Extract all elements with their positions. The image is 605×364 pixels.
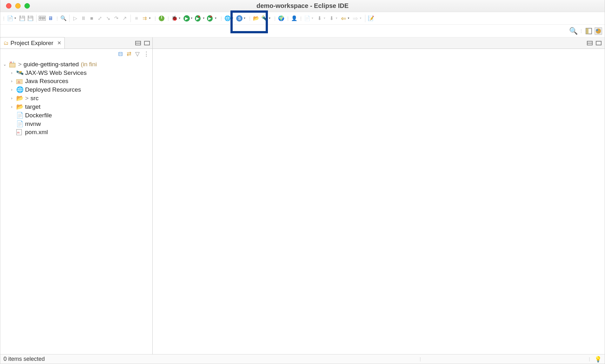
step-return-button: ↗ bbox=[121, 15, 129, 22]
open-type-button[interactable]: 📂 bbox=[252, 15, 260, 22]
window-title: demo-workspace - Eclipse IDE bbox=[256, 2, 349, 10]
close-window-button[interactable] bbox=[6, 3, 11, 9]
coverage-button[interactable]: ▶■ bbox=[195, 15, 203, 22]
tree-node-deployed[interactable]: › 🌐 Deployed Resources bbox=[0, 85, 152, 94]
view-menu-icon[interactable]: ⋮ bbox=[143, 50, 149, 57]
dropdown-arrow-icon[interactable]: ▼ bbox=[231, 17, 234, 20]
spring-boot-dashboard-button[interactable] bbox=[158, 15, 165, 22]
editor-area bbox=[153, 37, 605, 354]
tree-node-pom[interactable]: m pom.xml bbox=[0, 128, 152, 136]
titlebar: demo-workspace - Eclipse IDE bbox=[0, 0, 605, 12]
node-label: src bbox=[30, 95, 38, 102]
toolbar-grip-icon: ⋮ bbox=[153, 16, 156, 21]
toolbar-grip-icon: ⋮ bbox=[219, 16, 223, 21]
node-label: Java Resources bbox=[25, 78, 68, 85]
project-suffix: (in fini bbox=[81, 61, 97, 68]
binary-editor-button[interactable]: 010 bbox=[38, 15, 46, 22]
quick-search-button[interactable]: 🔍 bbox=[569, 27, 577, 35]
java-ee-perspective-button[interactable] bbox=[595, 27, 602, 35]
dropdown-arrow-icon[interactable]: ▼ bbox=[347, 17, 350, 20]
expand-toggle-icon[interactable]: › bbox=[9, 79, 14, 83]
maximize-editor-button[interactable] bbox=[596, 41, 602, 45]
dropdown-arrow-icon[interactable]: ▼ bbox=[14, 17, 17, 20]
console-button[interactable]: 🖥 bbox=[47, 15, 54, 22]
git-marker: > bbox=[18, 61, 22, 68]
disconnect-button: ⤢ bbox=[96, 15, 104, 22]
folder-open-icon: 📂 bbox=[16, 94, 23, 102]
toolbar-grip-icon: ⋮ bbox=[273, 16, 276, 21]
maximize-view-button[interactable] bbox=[144, 41, 150, 45]
expand-toggle-icon[interactable]: › bbox=[9, 71, 14, 75]
search-button[interactable]: 🔦 bbox=[261, 15, 268, 22]
dropdown-arrow-icon[interactable]: ▼ bbox=[149, 17, 151, 20]
link-editor-icon[interactable]: ⇄ bbox=[127, 50, 131, 57]
new-button[interactable]: 📄 bbox=[6, 15, 14, 22]
dropdown-arrow-icon[interactable]: ▼ bbox=[215, 17, 217, 20]
save-all-button: 💾 bbox=[27, 15, 34, 22]
tree-node-target[interactable]: › 📂 target bbox=[0, 102, 152, 111]
collapse-all-icon[interactable]: ⊟ bbox=[118, 50, 123, 57]
run-last-button[interactable]: ▶■ bbox=[207, 15, 215, 22]
folder-open-icon: 📂 bbox=[16, 103, 23, 110]
expand-toggle-icon[interactable]: › bbox=[9, 105, 14, 109]
status-right: ⋮ ⋮ 💡 bbox=[418, 356, 602, 363]
svg-text:m: m bbox=[17, 131, 20, 134]
task-button[interactable]: 👤 bbox=[290, 15, 298, 22]
project-name: guide-getting-started bbox=[23, 61, 79, 68]
dropdown-arrow-icon[interactable]: ▼ bbox=[203, 17, 205, 20]
status-bar: 0 items selected ⋮ ⋮ 💡 bbox=[0, 354, 605, 364]
expand-toggle-icon[interactable]: ⌄ bbox=[2, 62, 7, 67]
web-button[interactable]: 🌍 bbox=[277, 15, 285, 22]
main-area: 🗂 Project Explorer ✕ ⊟ ⇄ ▽ ⋮ ⌄ bbox=[0, 37, 605, 354]
tree-node-mvnw[interactable]: 📄 mvnw bbox=[0, 120, 152, 128]
project-explorer-icon: 🗂 bbox=[3, 40, 9, 46]
new-wizard-button: 📄 bbox=[303, 15, 311, 22]
open-perspective-button[interactable] bbox=[585, 27, 593, 35]
skip-breakpoints-button[interactable]: ⇉ bbox=[141, 15, 149, 22]
zoom-button[interactable]: 🔍 bbox=[60, 15, 67, 22]
maximize-window-button[interactable] bbox=[24, 3, 30, 9]
project-node[interactable]: ⌄ MJ > guide-getting-started (in fini bbox=[0, 60, 152, 68]
main-toolbar: ⋮ 📄▼ 💾 💾 010 🖥 ⋮ 🔍 ▷ ⏸ ■ ⤢ ↘ ↷ ↗ ≡ ⇉▼ ⋮ … bbox=[0, 12, 605, 25]
minimize-window-button[interactable] bbox=[15, 3, 21, 9]
expand-toggle-icon[interactable]: › bbox=[9, 88, 14, 92]
dropdown-arrow-icon[interactable]: ▼ bbox=[190, 17, 193, 20]
svg-rect-2 bbox=[586, 28, 588, 34]
node-label: JAX-WS Web Services bbox=[25, 69, 87, 76]
forward-button[interactable]: ⇒ bbox=[352, 15, 359, 22]
tree-node-jaxws[interactable]: › 🛰️ JAX-WS Web Services bbox=[0, 68, 152, 77]
dropdown-arrow-icon[interactable]: ▼ bbox=[243, 17, 246, 20]
project-explorer-tab[interactable]: 🗂 Project Explorer ✕ bbox=[0, 37, 65, 49]
nav-button: ⬇ bbox=[328, 15, 335, 22]
toolbar-grip-icon: ⋮ bbox=[166, 16, 170, 21]
tree-node-java-resources[interactable]: › ⚠ Java Resources bbox=[0, 77, 152, 85]
run-button[interactable]: ▶ bbox=[183, 15, 190, 22]
server-button[interactable]: S bbox=[236, 15, 243, 22]
svg-text:J: J bbox=[13, 61, 14, 64]
node-label: pom.xml bbox=[25, 129, 48, 136]
close-tab-icon[interactable]: ✕ bbox=[57, 40, 61, 46]
separator-icon bbox=[69, 15, 70, 22]
stop-button: ■ bbox=[88, 15, 96, 22]
tree-node-src[interactable]: › 📂 > src bbox=[0, 94, 152, 102]
git-marker: > bbox=[25, 95, 29, 102]
dropdown-arrow-icon[interactable]: ▼ bbox=[268, 17, 271, 20]
toolbar-grip-icon: ⋮ bbox=[248, 16, 251, 21]
minimize-view-button[interactable] bbox=[135, 41, 141, 45]
pin-editor-button[interactable]: 📝 bbox=[367, 15, 375, 22]
back-button[interactable]: ⇐ bbox=[340, 15, 347, 22]
view-controls bbox=[135, 41, 152, 45]
expand-toggle-icon[interactable]: › bbox=[9, 96, 14, 101]
java-resources-icon: ⚠ bbox=[16, 78, 23, 84]
webservice-icon: 🛰️ bbox=[16, 69, 23, 76]
tip-bulb-icon[interactable]: 💡 bbox=[595, 356, 602, 363]
minimize-editor-button[interactable] bbox=[587, 41, 593, 45]
external-tools-button[interactable]: 🌐 bbox=[224, 15, 231, 22]
filter-icon[interactable]: ▽ bbox=[135, 50, 140, 57]
toolbar-grip-icon: ⋮ bbox=[2, 16, 5, 21]
tree-node-dockerfile[interactable]: 📄 Dockerfile bbox=[0, 111, 152, 120]
file-icon: 📄 bbox=[16, 112, 23, 119]
dropdown-arrow-icon[interactable]: ▼ bbox=[178, 17, 181, 20]
debug-button[interactable]: 🐞 bbox=[171, 15, 178, 22]
separator-icon bbox=[36, 15, 37, 22]
